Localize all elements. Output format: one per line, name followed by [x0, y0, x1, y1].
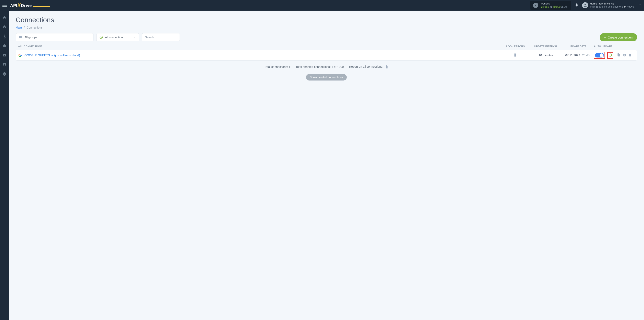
actions-label: Actions: [541, 2, 568, 5]
table-header: ALL CONNECTIONS LOG / ERRORS UPDATE INTE… [16, 45, 637, 50]
info-icon: i [533, 3, 538, 8]
plan-suffix: days [628, 5, 634, 8]
highlight-auto-update [594, 52, 605, 59]
briefcase-icon[interactable] [2, 44, 7, 48]
report-label: Report on all connections: [349, 65, 383, 68]
connection-status-dropdown[interactable]: All connection [96, 33, 139, 41]
run-play-icon[interactable] [608, 53, 612, 58]
groups-dropdown-label: All groups [24, 36, 37, 39]
copy-icon[interactable] [617, 53, 620, 58]
update-date: 07.11.2022 [566, 54, 580, 57]
logo[interactable]: APIXDrive [10, 3, 50, 8]
page-title: Connections [16, 16, 637, 24]
chevron-down-icon [639, 4, 642, 7]
enabled-connections: Total enabled connections: 1 of 1000 [296, 65, 344, 69]
help-icon[interactable] [2, 72, 7, 76]
actions-pct: (50%) [561, 5, 568, 8]
sitemap-icon[interactable] [2, 25, 7, 29]
trash-icon[interactable] [628, 53, 632, 58]
actions-of: of [550, 5, 552, 8]
report-document-icon[interactable] [385, 65, 388, 69]
interval-cell: 10 minutes [530, 54, 561, 57]
plan-prefix: Plan |Start| left until payment [590, 5, 624, 8]
column-auto: AUTO UPDATE [594, 45, 635, 48]
create-connection-label: Create connection [608, 36, 632, 39]
google-icon [18, 53, 22, 57]
gear-icon[interactable] [622, 53, 626, 58]
user-avatar-icon [582, 2, 588, 8]
auto-update-toggle[interactable] [595, 53, 604, 58]
chevron-down-icon [133, 36, 136, 39]
dollar-icon[interactable] [2, 34, 7, 39]
home-icon[interactable] [2, 16, 7, 20]
breadcrumb-main-link[interactable]: Main [16, 26, 22, 29]
user-name: demo_apix-drive_s2 [590, 2, 634, 5]
total-connections: Total connections: 1 [264, 65, 290, 69]
actions-usage-box[interactable]: i Actions: 25'169 of 50'000 (50%) [530, 1, 571, 10]
video-icon[interactable] [2, 53, 7, 58]
connection-row: GOOGLE SHEETS -> (jira software cloud) 1… [16, 50, 637, 61]
create-connection-button[interactable]: + Create connection [600, 33, 637, 41]
top-header: APIXDrive i Actions: 25'169 of 50'000 (5… [0, 0, 644, 11]
column-date: UPDATE DATE [561, 45, 594, 48]
column-interval: UPDATE INTERVAL [531, 45, 561, 48]
search-input[interactable] [142, 33, 180, 41]
document-icon[interactable] [514, 54, 517, 58]
summary-row: Total connections: 1 Total enabled conne… [16, 65, 637, 69]
connection-dropdown-label: All connection [105, 36, 123, 39]
update-time: 20:45 [582, 54, 590, 57]
plus-icon: + [604, 35, 606, 40]
sidebar [0, 11, 9, 86]
plan-days: 347 [624, 5, 628, 8]
actions-total: 50'000 [552, 5, 560, 8]
groups-dropdown[interactable]: All groups [16, 33, 94, 41]
main-content: Connections Main / Connections All group… [9, 11, 644, 86]
notifications-bell-icon[interactable] [575, 3, 578, 8]
user-menu[interactable]: demo_apix-drive_s2 Plan |Start| left unt… [582, 2, 642, 9]
column-all: ALL CONNECTIONS [18, 45, 500, 48]
breadcrumb-current: Connections [27, 26, 42, 29]
show-deleted-button[interactable]: Show deleted connections [306, 74, 346, 81]
chevron-down-icon [88, 36, 90, 39]
breadcrumb: Main / Connections [16, 26, 637, 29]
actions-used: 25'169 [541, 5, 549, 8]
play-circle-icon [99, 36, 103, 39]
connection-name-link[interactable]: GOOGLE SHEETS -> (jira software cloud) [24, 54, 80, 57]
menu-toggle-icon[interactable] [2, 3, 7, 8]
highlight-run [607, 52, 613, 59]
log-icon-cell [500, 53, 530, 58]
folder-icon [19, 35, 22, 40]
column-log: LOG / ERRORS [500, 45, 531, 48]
profile-icon[interactable] [2, 62, 7, 67]
